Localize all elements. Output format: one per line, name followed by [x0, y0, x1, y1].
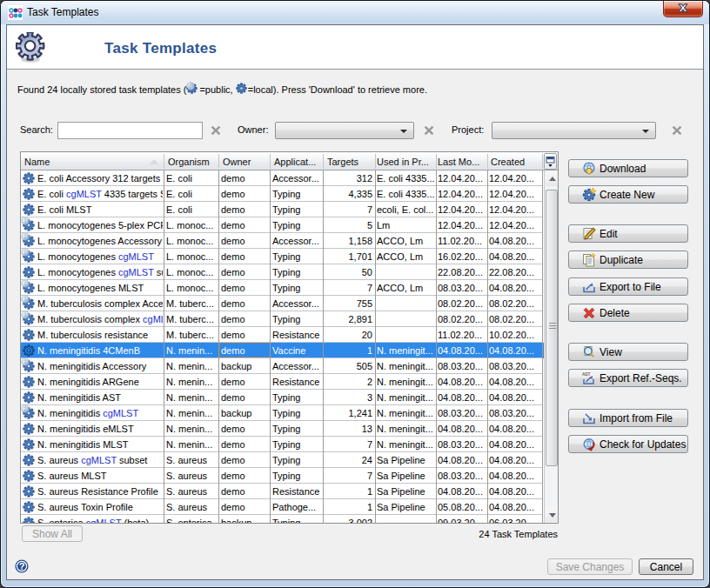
- svg-text:?: ?: [19, 561, 25, 571]
- svg-text:AGT: AGT: [582, 372, 591, 377]
